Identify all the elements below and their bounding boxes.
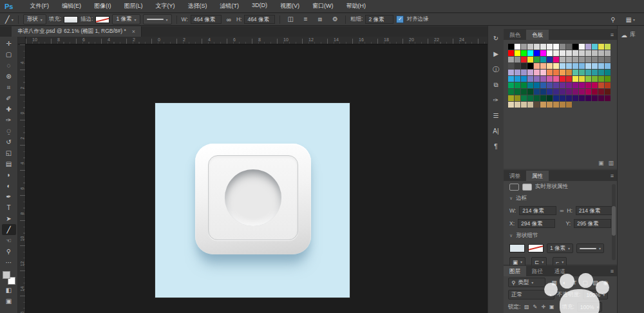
swatch-1-12[interactable] bbox=[585, 50, 591, 56]
prop-x-field[interactable]: 294 像素 bbox=[518, 219, 555, 228]
swatch-2-11[interactable] bbox=[579, 57, 585, 62]
swatch-6-6[interactable] bbox=[547, 82, 553, 88]
swatch-6-1[interactable] bbox=[515, 82, 520, 88]
swatch-7-2[interactable] bbox=[521, 89, 527, 95]
swatch-0-10[interactable] bbox=[573, 44, 578, 50]
brush-tool[interactable]: ✑ bbox=[2, 115, 16, 126]
swatch-6-4[interactable] bbox=[534, 82, 540, 88]
details-section-row[interactable]: ∨ 形状细节 bbox=[504, 230, 617, 242]
lasso-tool[interactable]: ◌ bbox=[2, 60, 16, 71]
swatch-7-7[interactable] bbox=[553, 89, 559, 95]
swatch-4-2[interactable] bbox=[521, 70, 527, 75]
swatch-3-13[interactable] bbox=[592, 63, 598, 69]
ruler-origin-corner[interactable] bbox=[18, 37, 26, 44]
panel-menu-icon[interactable]: ≡ bbox=[611, 173, 614, 179]
line-tool[interactable]: ╱ bbox=[2, 224, 16, 235]
swatch-6-10[interactable] bbox=[573, 82, 578, 88]
swatch-0-13[interactable] bbox=[592, 44, 598, 50]
panel-menu-icon[interactable]: ≡ bbox=[611, 268, 614, 274]
swatch-0-6[interactable] bbox=[547, 44, 553, 50]
swatch-1-3[interactable] bbox=[527, 50, 533, 56]
swatch-3-0[interactable] bbox=[508, 63, 514, 69]
clone-stamp-tool[interactable]: ⍜ bbox=[2, 126, 16, 137]
menu-filter[interactable]: 滤镜(T) bbox=[213, 2, 245, 10]
swatch-0-14[interactable] bbox=[598, 44, 604, 50]
swatch-6-12[interactable] bbox=[585, 82, 591, 88]
quick-mask-button[interactable]: ◧ bbox=[2, 285, 16, 296]
swatch-4-13[interactable] bbox=[592, 70, 598, 75]
menu-file[interactable]: 文件(F) bbox=[23, 2, 55, 10]
swatch-6-2[interactable] bbox=[521, 82, 527, 88]
swatch-5-1[interactable] bbox=[515, 76, 520, 82]
brush-settings-panel-icon[interactable]: ✑ bbox=[490, 95, 502, 105]
swatch-9-4[interactable] bbox=[534, 102, 540, 108]
tab-属性[interactable]: 属性 bbox=[526, 171, 549, 181]
menu-select[interactable]: 选择(S) bbox=[181, 2, 213, 10]
swatch-3-9[interactable] bbox=[566, 63, 572, 69]
swatch-6-9[interactable] bbox=[566, 82, 572, 88]
prop-width-field[interactable]: 214 像素 bbox=[519, 206, 556, 215]
menu-image[interactable]: 图像(I) bbox=[88, 2, 118, 10]
swatch-5-2[interactable] bbox=[521, 76, 527, 82]
swatch-7-10[interactable] bbox=[573, 89, 578, 95]
eyedropper-tool[interactable]: ✐ bbox=[2, 93, 16, 104]
shape-fill-swatch[interactable] bbox=[509, 244, 525, 252]
delete-swatch-icon[interactable]: ▥ bbox=[608, 160, 614, 166]
swatch-0-2[interactable] bbox=[521, 44, 527, 50]
tool-presets-panel-icon[interactable]: ☰ bbox=[490, 111, 502, 120]
swatch-5-12[interactable] bbox=[585, 76, 591, 82]
stroke-style-select[interactable]: ▾ bbox=[143, 14, 172, 24]
swatch-3-14[interactable] bbox=[598, 63, 604, 69]
tool-mode-select[interactable]: 形状 ▾ bbox=[23, 14, 46, 24]
swatch-5-9[interactable] bbox=[566, 76, 572, 82]
swatch-6-13[interactable] bbox=[592, 82, 598, 88]
swatch-5-8[interactable] bbox=[560, 76, 565, 82]
swatch-2-0[interactable] bbox=[508, 57, 514, 62]
transform-section-row[interactable]: ∨ 边框 bbox=[504, 193, 617, 204]
menu-type[interactable]: 文字(Y) bbox=[149, 2, 181, 10]
swatch-8-6[interactable] bbox=[547, 95, 553, 101]
swatch-9-7[interactable] bbox=[553, 102, 559, 108]
swatch-4-14[interactable] bbox=[598, 70, 604, 75]
hand-tool[interactable]: ☜ bbox=[2, 235, 16, 246]
swatch-2-12[interactable] bbox=[585, 57, 591, 62]
close-icon[interactable]: × bbox=[132, 28, 135, 35]
menu-help[interactable]: 帮助(H) bbox=[339, 2, 372, 10]
blur-tool[interactable]: ◗ bbox=[2, 169, 16, 180]
paragraph-panel-icon[interactable]: ¶ bbox=[490, 142, 502, 151]
swatch-9-2[interactable] bbox=[521, 102, 527, 108]
artboard[interactable] bbox=[155, 103, 350, 298]
swatch-2-4[interactable] bbox=[534, 57, 540, 62]
swatch-4-15[interactable] bbox=[605, 70, 611, 75]
swatch-2-5[interactable] bbox=[540, 57, 546, 62]
swatch-4-0[interactable] bbox=[508, 70, 514, 75]
swatch-2-3[interactable] bbox=[527, 57, 533, 62]
character-panel-icon[interactable]: A| bbox=[490, 126, 502, 136]
history-brush-tool[interactable]: ↺ bbox=[2, 137, 16, 147]
eraser-tool[interactable]: ◱ bbox=[2, 147, 16, 158]
swatch-5-6[interactable] bbox=[547, 76, 553, 82]
path-operations-icon[interactable]: ◫ bbox=[285, 15, 296, 23]
filter-type-layers-icon[interactable]: T bbox=[571, 279, 579, 287]
swatch-0-7[interactable] bbox=[553, 44, 559, 50]
info-panel-icon[interactable]: ⓘ bbox=[490, 64, 502, 74]
swatch-7-9[interactable] bbox=[566, 89, 572, 95]
active-tool-preset[interactable]: ╱ ▾ bbox=[5, 15, 14, 24]
foreground-background-colors[interactable] bbox=[3, 271, 15, 285]
swatch-4-4[interactable] bbox=[534, 70, 540, 75]
swatch-9-3[interactable] bbox=[527, 102, 533, 108]
swatch-6-8[interactable] bbox=[560, 82, 565, 88]
swatch-7-1[interactable] bbox=[515, 89, 520, 95]
swatch-7-14[interactable] bbox=[598, 89, 604, 95]
swatch-2-15[interactable] bbox=[605, 57, 611, 62]
lock-pixels-icon[interactable]: ✎ bbox=[531, 303, 538, 310]
move-tool[interactable]: ✛ bbox=[2, 38, 16, 49]
fill-swatch[interactable] bbox=[64, 16, 78, 23]
swatch-8-15[interactable] bbox=[605, 95, 611, 101]
quick-selection-tool[interactable]: ⊛ bbox=[2, 71, 16, 82]
lock-all-icon[interactable]: ▣ bbox=[548, 303, 555, 310]
foreground-color-chip[interactable] bbox=[3, 271, 10, 279]
swatch-5-14[interactable] bbox=[598, 76, 604, 82]
tab-色板[interactable]: 色板 bbox=[526, 30, 549, 40]
swatch-8-4[interactable] bbox=[534, 95, 540, 101]
